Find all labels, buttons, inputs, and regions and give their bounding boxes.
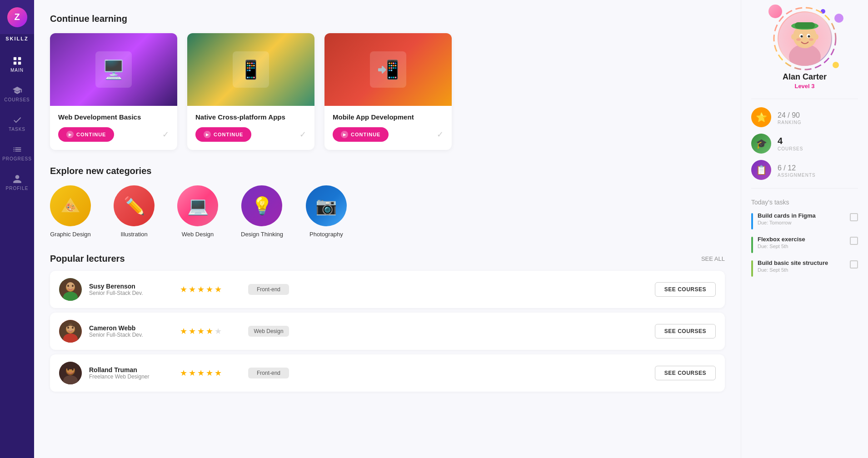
svg-point-39 <box>774 8 836 70</box>
svg-rect-3 <box>18 62 20 65</box>
courses-stat-icon: 🎓 <box>751 134 771 154</box>
course-title-0: Web Development Basics <box>58 113 169 121</box>
lecturer-name-1: Cameron Webb <box>89 324 171 332</box>
task-text-2: Build basic site structure Due: Sept 5th <box>758 259 845 273</box>
category-icon-web: 💻 <box>177 185 218 226</box>
category-web-design[interactable]: 💻 Web Design <box>177 185 218 238</box>
profile-level: Level 3 <box>794 83 814 90</box>
lecturer-info-0: Susy Berenson Senior Full-Stack Dev. <box>89 283 171 296</box>
svg-point-25 <box>66 365 75 369</box>
main-content: Continue learning 🖥️ Web Development Bas… <box>34 0 741 458</box>
lecturer-role-0: Senior Full-Stack Dev. <box>89 290 171 296</box>
sidebar-item-main[interactable]: MAIN <box>0 50 34 79</box>
lecturer-tag-0: Front-end <box>248 284 289 295</box>
lecturer-role-1: Senior Full-Stack Dev. <box>89 332 171 338</box>
continue-btn-1[interactable]: ▶ CONTINUE <box>195 127 251 142</box>
graphic-design-svg: 🎨 <box>60 195 81 217</box>
task-text-0: Build cards in Figma Due: Tomorrow <box>758 212 845 225</box>
course-footer-1: ▶ CONTINUE ✓ <box>195 127 306 142</box>
course-title-2: Mobile App Development <box>333 113 444 121</box>
svg-point-18 <box>72 327 74 329</box>
lecturer-row-1: Cameron Webb Senior Full-Stack Dev. ★ ★ … <box>50 313 725 350</box>
continue-btn-2[interactable]: ▶ CONTINUE <box>333 127 389 142</box>
task-checkbox-0[interactable] <box>850 213 858 221</box>
explore-title: Explore new categories <box>50 166 725 176</box>
category-design-thinking[interactable]: 💡 Design Thinking <box>241 185 283 238</box>
check-icon-1: ✓ <box>299 129 306 139</box>
assignments-label: ASSIGNMENTS <box>778 173 816 178</box>
category-icon-photo: 📷 <box>306 185 347 226</box>
lecturers-header: Popular lecturers SEE ALL <box>50 254 725 264</box>
sidebar-logo: Z <box>0 0 34 34</box>
profile-ring <box>771 5 839 73</box>
category-photography[interactable]: 📷 Photography <box>306 185 347 238</box>
lecturer-avatar-0 <box>59 278 82 301</box>
task-checkbox-2[interactable] <box>850 260 858 269</box>
task-name-2: Build basic site structure <box>758 259 845 266</box>
assignments-value: 6 / 12 <box>778 162 816 173</box>
stat-assignments-values: 6 / 12 ASSIGNMENTS <box>778 162 816 178</box>
tasks-title: Today's tasks <box>751 199 858 206</box>
category-illustration[interactable]: ✏️ Illustration <box>114 185 155 238</box>
play-icon-1: ▶ <box>204 131 211 138</box>
sidebar-item-profile[interactable]: PROFILE <box>0 168 34 197</box>
lecturer-stars-1: ★ ★ ★ ★ ★ <box>180 326 234 336</box>
sidebar-item-tasks-label: TASKS <box>9 127 25 132</box>
lecturer-row-0: Susy Berenson Senior Full-Stack Dev. ★ ★… <box>50 271 725 308</box>
sidebar-item-main-label: MAIN <box>10 68 24 73</box>
task-checkbox-1[interactable] <box>850 237 858 245</box>
course-footer-0: ▶ CONTINUE ✓ <box>58 127 169 142</box>
course-body-2: Mobile App Development ▶ CONTINUE ✓ <box>324 106 452 150</box>
play-icon-0: ▶ <box>66 131 74 138</box>
ranking-label: RANKING <box>778 120 802 125</box>
logo-icon: Z <box>7 7 27 27</box>
see-courses-btn-0[interactable]: SEE COURSES <box>655 282 716 297</box>
play-icon-2: ▶ <box>341 131 348 138</box>
see-courses-btn-1[interactable]: SEE COURSES <box>655 324 716 339</box>
see-courses-btn-2[interactable]: SEE COURSES <box>655 366 716 380</box>
course-thumb-2: 📲 <box>324 33 452 106</box>
lecturer-stars-2: ★ ★ ★ ★ ★ <box>180 368 234 378</box>
stats-grid: ⭐ 24 / 90 RANKING 🎓 4 COURSES 📋 6 / 12 A… <box>751 99 858 189</box>
check-icon-0: ✓ <box>162 129 169 139</box>
course-body-1: Native Cross-platform Apps ▶ CONTINUE ✓ <box>187 106 314 150</box>
lecturer-tag-1: Web Design <box>248 326 289 337</box>
course-cards: 🖥️ Web Development Basics ▶ CONTINUE ✓ 📱… <box>50 33 725 150</box>
category-icon-thinking: 💡 <box>241 185 282 226</box>
stat-ranking: ⭐ 24 / 90 RANKING <box>751 107 858 127</box>
courses-icon <box>12 85 22 95</box>
sidebar-item-progress-label: PROGRESS <box>2 156 32 161</box>
task-name-1: Flexbox exercise <box>758 236 845 243</box>
sidebar-item-profile-label: PROFILE <box>6 186 29 191</box>
category-label-thinking: Design Thinking <box>241 231 283 238</box>
course-card-1: 📱 Native Cross-platform Apps ▶ CONTINUE … <box>187 33 314 150</box>
svg-point-12 <box>72 285 74 287</box>
sidebar-item-tasks[interactable]: TASKS <box>0 109 34 138</box>
course-body-0: Web Development Basics ▶ CONTINUE ✓ <box>50 106 177 150</box>
task-item-1: Flexbox exercise Due: Sept 5th <box>751 236 858 253</box>
tasks-section: Today's tasks Build cards in Figma Due: … <box>751 199 858 283</box>
stat-courses: 🎓 4 COURSES <box>751 134 858 154</box>
sidebar-nav: MAIN COURSES TASKS PROGRESS PROFILE <box>0 45 34 197</box>
task-bar-2 <box>751 260 753 277</box>
category-label-photo: Photography <box>309 231 343 238</box>
see-all-link[interactable]: SEE ALL <box>701 255 725 262</box>
progress-icon <box>12 144 22 154</box>
course-card-2: 📲 Mobile App Development ▶ CONTINUE ✓ <box>324 33 452 150</box>
continue-btn-0[interactable]: ▶ CONTINUE <box>58 127 114 142</box>
courses-stat-value: 4 <box>778 136 803 146</box>
sidebar: Z SKILLZ MAIN COURSES TASKS PROGRESS PRO… <box>0 0 34 458</box>
sidebar-item-progress[interactable]: PROGRESS <box>0 138 34 168</box>
stat-ranking-values: 24 / 90 RANKING <box>778 110 802 125</box>
lecturer-avatar-2 <box>59 362 82 384</box>
task-due-2: Due: Sept 5th <box>758 267 845 273</box>
check-icon-2: ✓ <box>437 129 444 139</box>
sidebar-item-courses[interactable]: COURSES <box>0 79 34 109</box>
profile-avatar-wrap <box>778 11 832 66</box>
lecturer-info-2: Rolland Truman Freelance Web Designer <box>89 366 171 380</box>
profile-icon <box>12 174 22 184</box>
category-graphic-design[interactable]: 🎨 Graphic Design <box>50 185 91 238</box>
continue-learning-title: Continue learning <box>50 14 725 24</box>
tasks-icon <box>12 115 22 125</box>
category-label-illustration: Illustration <box>120 231 147 238</box>
